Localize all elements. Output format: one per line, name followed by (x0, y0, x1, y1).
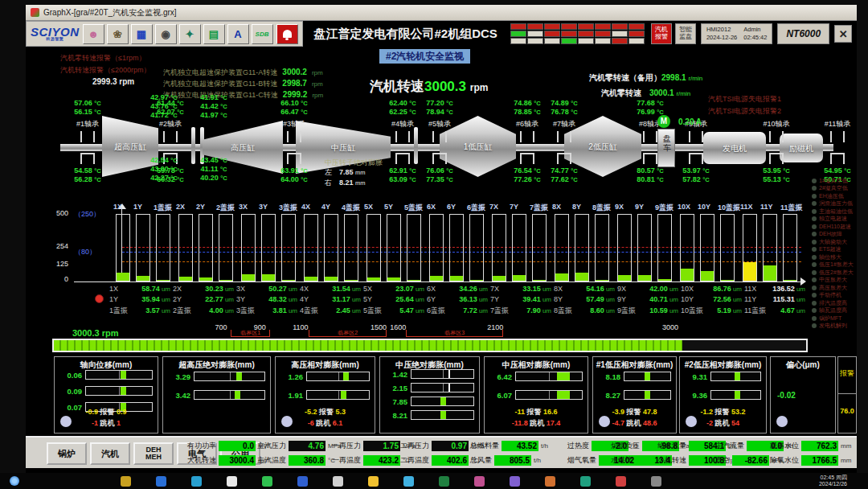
display-icon[interactable]: ✦ (179, 24, 201, 44)
metric-label: 给水流量 (657, 441, 686, 451)
panel-status-lamp (599, 416, 610, 427)
start-button-icon[interactable] (10, 476, 19, 486)
vib-bar-fill (199, 277, 212, 281)
panel-高压相对膨胀(mm): 高压相对膨胀(mm)1.26 1.91 -5.2 报警 5.3-6 跳机 6.1 (275, 356, 375, 434)
taskbar-app-icon[interactable] (121, 476, 131, 487)
taskbar-app-icon[interactable] (651, 476, 661, 487)
sidebar-alarm-item: 润滑油压力低 (812, 200, 858, 208)
metric-label: 有功功率 (187, 441, 216, 451)
shaft-coupling-disc (414, 127, 418, 164)
vib-bar-1Y (136, 214, 150, 281)
rpm-tick-700: 700 (215, 318, 227, 333)
vib-bar-10X (680, 214, 694, 281)
nav-button-锅炉[interactable]: 锅炉 (47, 442, 87, 465)
metric-value: 4.76 (289, 441, 326, 451)
taskbar-app-icon[interactable] (403, 476, 414, 487)
gauge-bar (515, 390, 583, 400)
close-icon[interactable]: ✕ (834, 25, 852, 43)
operators-icon[interactable]: ☻ (83, 24, 104, 44)
zero-speed-backup-row: 汽机零转速（备用）2998.1 r/min (589, 72, 702, 84)
hmi-user: Admin (743, 26, 760, 33)
sidebar-alarm-item: 高压胀差大 (812, 284, 858, 292)
gauge-value: 3.42 (166, 391, 190, 400)
vib-bar-fill (367, 277, 380, 281)
taskbar-app-icon[interactable] (510, 476, 520, 487)
bearing-bottom-temps: 74.77 °C77.62 °C (539, 166, 589, 184)
vib-bar-fill (242, 274, 255, 281)
taskbar-app-icon[interactable] (545, 476, 555, 487)
alarm-matrix-cell (595, 38, 611, 44)
metric-label: 一再温度 (332, 455, 361, 466)
alarm-lamp-icon (812, 247, 817, 252)
metric-label: 总风量 (470, 455, 492, 466)
ja-tool-icon[interactable]: A (227, 24, 249, 44)
vib-bar-3X (241, 214, 256, 281)
sidebar-alarm-item: 低压2#胀差大 (812, 269, 858, 277)
graphx-app-icon (31, 8, 39, 17)
printer-icon[interactable]: ◉ (155, 24, 177, 44)
taskbar-app-icon[interactable] (580, 476, 591, 487)
vib-bar-4盖振 (344, 214, 358, 281)
taskbar-app-icon[interactable] (474, 476, 485, 487)
taskbar-app-icon[interactable] (368, 476, 379, 487)
taskbar-app-icon[interactable] (191, 476, 202, 487)
taskbar-app-icon[interactable] (333, 476, 343, 487)
gauge-row: 3.42 (166, 390, 265, 400)
page-banner: #2汽轮机安全监视 (379, 48, 470, 64)
vib-bar-fill (470, 280, 483, 281)
sdb-icon[interactable]: SDB (252, 24, 273, 44)
alarm-matrix-cell (595, 23, 611, 30)
vib-bar-2X (178, 214, 193, 281)
eccentric-alarm-label: 报警 (838, 357, 856, 394)
alarm-matrix-cell (628, 31, 645, 37)
gauge-value: 8.27 (596, 391, 620, 400)
component-label: 1低压缸 (440, 142, 516, 153)
bearing-bracket-bottom (830, 153, 845, 164)
turbine-alarm-button[interactable]: 汽机报警 (651, 23, 672, 44)
taskbar-app-icon[interactable] (156, 476, 166, 487)
toolbar: SCIYON科远智慧 ☻❀▦◉✦▤ASDB 盘江普定发电有限公司#2机组DCS … (26, 21, 857, 47)
vib-bar-fill (784, 280, 796, 281)
metric-value: 423.2 (363, 455, 400, 466)
gauge-row: 1.42 (383, 369, 474, 379)
vib-bar-7盖振 (532, 214, 547, 281)
aux-speed-value: 2999.3 rpm (92, 77, 134, 86)
panel-中压绝对膨胀(mm): 中压绝对膨胀(mm)1.42 2.15 7.85 8.21 (379, 356, 480, 434)
vib-bar-6Y (449, 214, 464, 281)
bearing-bottom-temps: 80.57 °C80.81 °C (625, 166, 675, 184)
folder-icon[interactable]: ▤ (203, 24, 225, 44)
alarm-matrix-cell (628, 23, 645, 30)
keyboard-icon[interactable]: ❀ (107, 24, 129, 44)
nav-button-汽机[interactable]: 汽机 (90, 442, 130, 465)
vib-bar-1盖振 (156, 214, 170, 281)
taskbar-app-icon[interactable] (227, 476, 237, 487)
bearing-label: #5轴承 (416, 119, 463, 129)
taskbar-clock[interactable]: 02:45 周四 2024/12/26 (819, 475, 847, 487)
gauge-bar (194, 372, 265, 381)
taskbar-app-icon[interactable] (616, 476, 626, 487)
taskbar-app-icon[interactable] (297, 476, 308, 487)
alarm-lamp-icon (812, 286, 817, 290)
sidebar-alarm-item: 独立电超速 (812, 216, 858, 224)
taskbar-app-icon[interactable] (439, 476, 449, 487)
bearing-label: #10轴承 (753, 119, 800, 129)
view-button[interactable]: 智能监盘 (675, 23, 696, 44)
vib-bar-11盖振 (783, 214, 797, 281)
alarm-bell-icon[interactable] (276, 24, 298, 44)
alarm-lamp-icon (812, 293, 817, 298)
dcs-screen: GraphX-[gra/#20T_汽机安全监视.grx] SCIYON科远智慧 … (26, 5, 857, 473)
bearing-top-temps: 66.10 °C66.47 °C (269, 99, 319, 117)
vib-bar-6盖振 (469, 214, 484, 281)
metric-凝器水位: 凝器水位 762.3 mm (770, 440, 851, 452)
metric-value: 1766.5 (801, 455, 838, 466)
taskbar-app-icon[interactable] (262, 476, 272, 487)
nav-button-DEHMEH[interactable]: DEHMEH (133, 442, 174, 465)
bearing-bracket-top (432, 131, 447, 142)
vib-bar-fill (430, 276, 443, 281)
tsi-alarm-text: 汽机TSI电源失电报警2 (708, 102, 781, 117)
alarm-matrix-cell (578, 38, 594, 44)
speed-alarm-text: 汽机转速报警（≤2000rpm） (60, 61, 150, 76)
vib-bar-fill (282, 280, 295, 281)
bearing-bracket-top (395, 131, 410, 142)
monitor-icon[interactable]: ▦ (131, 24, 153, 44)
